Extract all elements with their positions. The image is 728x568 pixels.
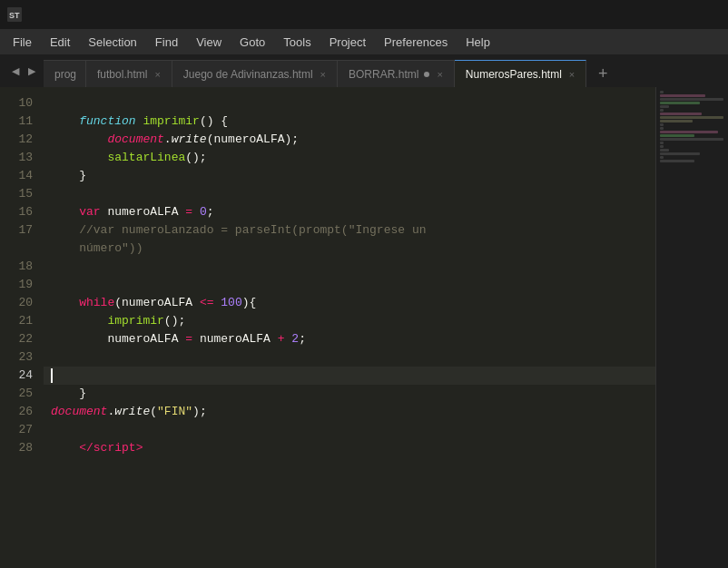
- minimap-line: [660, 102, 700, 104]
- menu-item-help[interactable]: Help: [457, 32, 499, 53]
- line-number: 24: [0, 367, 44, 385]
- minimap-line: [660, 149, 669, 152]
- menu-item-file[interactable]: File: [4, 32, 41, 53]
- menu-bar: FileEditSelectionFindViewGotoToolsProjec…: [0, 29, 728, 54]
- code-line: document.write("FIN");: [44, 403, 655, 421]
- line-number: 28: [0, 439, 44, 457]
- code-line: }: [44, 385, 655, 403]
- menu-item-view[interactable]: View: [187, 32, 231, 53]
- menu-item-find[interactable]: Find: [146, 32, 187, 53]
- tab-close-button[interactable]: ×: [435, 68, 444, 81]
- app-icon: ST: [7, 7, 22, 22]
- code-line: function imprimir() {: [44, 113, 655, 131]
- code-line: [44, 348, 655, 367]
- line-number: 21: [0, 312, 44, 330]
- code-line: [44, 94, 655, 113]
- line-number: 13: [0, 149, 44, 167]
- menu-item-tools[interactable]: Tools: [274, 32, 320, 53]
- code-line: imprimir();: [44, 312, 655, 330]
- tab-next-button[interactable]: ▶: [24, 61, 40, 81]
- menu-item-selection[interactable]: Selection: [79, 32, 145, 53]
- line-number: 23: [0, 348, 44, 367]
- code-line: while(numeroALFA <= 100){: [44, 294, 655, 312]
- line-number: 17: [0, 221, 44, 240]
- minimap-line: [660, 127, 664, 130]
- tab-close-button[interactable]: ×: [152, 68, 162, 81]
- menu-item-edit[interactable]: Edit: [41, 32, 79, 53]
- line-number: 14: [0, 167, 44, 185]
- line-number: 19: [0, 276, 44, 294]
- tab-label: prog: [54, 68, 76, 81]
- line-number: 25: [0, 385, 44, 403]
- tab-label: NumerosPares.html: [466, 68, 562, 81]
- tab-NumerosPares.html[interactable]: NumerosPares.html×: [455, 60, 586, 87]
- line-number: [0, 240, 44, 258]
- tab-prog[interactable]: prog: [44, 60, 86, 87]
- line-number: 20: [0, 294, 44, 312]
- minimap-line: [660, 94, 705, 97]
- code-line: }: [44, 167, 655, 185]
- menu-item-project[interactable]: Project: [320, 32, 375, 53]
- tab-label: futbol.html: [97, 68, 147, 81]
- line-number: 12: [0, 131, 44, 149]
- minimap-line: [660, 105, 669, 108]
- tab-Juego-de-Adivinanzas.html[interactable]: Juego de Adivinanzas.html×: [172, 60, 338, 87]
- menu-item-preferences[interactable]: Preferences: [375, 32, 457, 53]
- window-controls: [637, 5, 721, 24]
- code-line: document.write(numeroALFA);: [44, 131, 655, 149]
- tab-label: Juego de Adivinanzas.html: [183, 68, 313, 81]
- line-number-gutter: 10111213141516171819202122232425262728: [0, 87, 44, 568]
- minimap-line: [660, 138, 723, 141]
- minimap-line: [660, 113, 702, 115]
- minimap: [655, 87, 728, 568]
- code-editor[interactable]: function imprimir() { document.write(num…: [44, 87, 655, 568]
- minimap-line: [660, 120, 693, 122]
- svg-text:ST: ST: [9, 11, 20, 20]
- minimap-line: [660, 156, 664, 159]
- minimap-line: [660, 123, 664, 126]
- tab-futbol.html[interactable]: futbol.html×: [86, 60, 172, 87]
- new-tab-button[interactable]: +: [590, 60, 615, 87]
- minimize-button[interactable]: [637, 5, 663, 24]
- text-cursor: [51, 368, 53, 383]
- code-line: saltarLinea();: [44, 149, 655, 167]
- minimap-line: [660, 152, 700, 155]
- minimap-line: [660, 142, 664, 144]
- line-number: 11: [0, 113, 44, 131]
- tab-close-button[interactable]: ×: [567, 68, 576, 81]
- line-number: 18: [0, 258, 44, 276]
- tab-close-button[interactable]: ×: [319, 68, 328, 81]
- line-number: 26: [0, 403, 44, 421]
- title-bar: ST: [0, 0, 728, 29]
- code-line: </script>: [44, 439, 655, 457]
- minimap-line: [660, 91, 664, 93]
- tab-BORRAR.html[interactable]: BORRAR.html×: [338, 60, 455, 87]
- editor-container: 10111213141516171819202122232425262728 f…: [0, 87, 728, 568]
- tab-prev-button[interactable]: ◀: [7, 61, 24, 81]
- code-line: [44, 367, 655, 385]
- minimap-line: [660, 109, 664, 112]
- code-line: [44, 276, 655, 294]
- code-line: var numeroALFA = 0;: [44, 203, 655, 221]
- menu-item-goto[interactable]: Goto: [231, 32, 274, 53]
- minimap-line: [660, 160, 694, 162]
- title-bar-left: ST: [7, 7, 27, 22]
- line-number: 22: [0, 330, 44, 348]
- line-number: 27: [0, 421, 44, 439]
- line-number: 15: [0, 185, 44, 203]
- line-number: 10: [0, 94, 44, 113]
- minimap-line: [660, 116, 723, 119]
- code-line: numeroALFA = numeroALFA + 2;: [44, 330, 655, 348]
- code-line: número")): [44, 240, 655, 258]
- maximize-button[interactable]: [666, 5, 692, 24]
- minimap-line: [660, 145, 664, 148]
- minimap-line: [660, 98, 723, 101]
- tab-modified-indicator: [424, 72, 429, 77]
- tab-nav-buttons: ◀ ▶: [4, 54, 44, 87]
- minimap-line: [660, 134, 694, 137]
- code-line: //var numeroLanzado = parseInt(prompt("I…: [44, 221, 655, 240]
- minimap-content: [656, 87, 728, 167]
- tab-label: BORRAR.html: [349, 68, 418, 81]
- close-button[interactable]: [695, 5, 721, 24]
- tab-bar: ◀ ▶ progfutbol.html×Juego de Adivinanzas…: [0, 54, 728, 87]
